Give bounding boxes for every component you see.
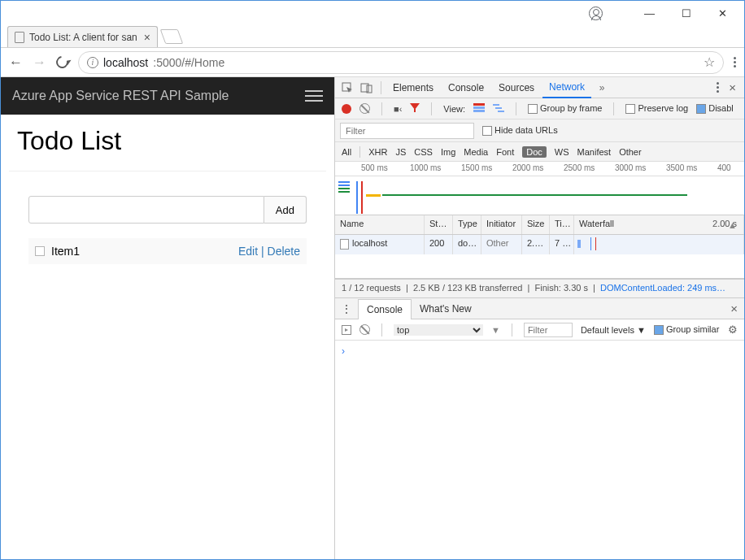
- large-rows-icon[interactable]: [473, 103, 485, 115]
- drawer-tabbar: ⋮ Console What's New ×: [335, 298, 744, 319]
- type-all[interactable]: All: [342, 147, 351, 157]
- col-initiator[interactable]: Initiator: [481, 215, 522, 234]
- inspect-icon[interactable]: [338, 80, 356, 96]
- context-select[interactable]: top: [394, 324, 483, 336]
- site-info-icon[interactable]: i: [87, 57, 98, 68]
- browser-tabstrip: Todo List: A client for san ×: [1, 25, 744, 48]
- page-content: Azure App Service REST API Sample Todo L…: [1, 77, 334, 559]
- devtools-panel: Elements Console Sources Network » × ■‹ …: [334, 77, 744, 559]
- waterfall-view-icon[interactable]: [493, 103, 504, 115]
- bookmark-icon[interactable]: ☆: [704, 54, 715, 70]
- menu-icon[interactable]: [305, 90, 323, 102]
- add-button[interactable]: Add: [264, 196, 307, 224]
- type-font[interactable]: Font: [496, 147, 514, 157]
- profile-icon[interactable]: [589, 7, 603, 20]
- type-other[interactable]: Other: [619, 147, 642, 157]
- add-todo-form: Add: [28, 196, 307, 224]
- levels-dropdown[interactable]: Default levels ▼: [581, 325, 646, 335]
- col-time[interactable]: Ti…: [550, 215, 574, 234]
- drawer-menu-icon[interactable]: ⋮: [335, 303, 358, 315]
- window-titlebar: — ☐ ✕: [1, 1, 744, 25]
- console-prompt[interactable]: ›: [335, 341, 744, 559]
- more-tabs-icon[interactable]: »: [593, 80, 611, 96]
- close-window-button[interactable]: ✕: [704, 2, 741, 24]
- drawer-close-icon[interactable]: ×: [724, 302, 744, 315]
- app-header: Azure App Service REST API Sample: [1, 77, 334, 115]
- forward-button[interactable]: →: [33, 54, 46, 71]
- network-type-filter: All XHR JS CSS Img Media Font Doc WS Man…: [335, 142, 744, 162]
- col-type[interactable]: Type: [453, 215, 481, 234]
- request-table-header: Name St… Type Initiator Size Ti… Waterfa…: [335, 215, 744, 235]
- console-clear-icon[interactable]: [359, 324, 370, 335]
- clear-button[interactable]: [359, 103, 370, 114]
- console-filter-input[interactable]: [524, 323, 573, 337]
- svg-rect-8: [498, 111, 504, 112]
- col-name[interactable]: Name: [335, 215, 425, 234]
- disable-cache-checkbox[interactable]: Disabl: [696, 103, 734, 114]
- minimize-button[interactable]: —: [631, 2, 668, 24]
- browser-menu-button[interactable]: [734, 57, 736, 67]
- browser-tab[interactable]: Todo List: A client for san ×: [7, 26, 158, 47]
- col-size[interactable]: Size: [522, 215, 550, 234]
- network-summary: 1 / 12 requests | 2.5 KB / 123 KB transf…: [335, 279, 744, 298]
- page-heading: Todo List: [9, 115, 326, 171]
- devtools-close-icon[interactable]: ×: [724, 80, 741, 94]
- group-similar-checkbox[interactable]: Group similar: [654, 324, 719, 335]
- delete-link[interactable]: Delete: [268, 245, 300, 258]
- svg-rect-3: [473, 103, 485, 106]
- timeline-overview[interactable]: [335, 176, 744, 215]
- col-waterfall[interactable]: Waterfall2.00 s▲: [574, 215, 744, 234]
- filter-toggle-icon[interactable]: [410, 103, 420, 115]
- devtools-tabbar: Elements Console Sources Network » ×: [335, 77, 744, 98]
- record-button[interactable]: [342, 104, 351, 114]
- svg-rect-4: [473, 106, 485, 109]
- drawer-tab-whatsnew[interactable]: What's New: [412, 298, 480, 319]
- network-filter-input[interactable]: [340, 123, 474, 139]
- maximize-button[interactable]: ☐: [668, 2, 704, 24]
- tab-title: Todo List: A client for san: [29, 32, 137, 43]
- request-table-empty: [335, 254, 744, 279]
- tab-network[interactable]: Network: [542, 78, 591, 98]
- edit-link[interactable]: Edit: [238, 245, 258, 258]
- preserve-log-checkbox[interactable]: Preserve log: [625, 103, 688, 114]
- back-button[interactable]: ←: [9, 54, 23, 71]
- tab-sources[interactable]: Sources: [492, 77, 541, 98]
- group-by-frame-checkbox[interactable]: Group by frame: [528, 103, 602, 114]
- device-icon[interactable]: [358, 80, 376, 96]
- address-bar: ← → i localhost:5000/#/Home ☆: [1, 48, 744, 77]
- console-sidebar-icon[interactable]: ▸: [342, 325, 351, 335]
- type-js[interactable]: JS: [395, 147, 406, 157]
- tab-console[interactable]: Console: [442, 77, 490, 98]
- url-input[interactable]: i localhost:5000/#/Home ☆: [78, 51, 724, 74]
- svg-rect-6: [493, 104, 499, 106]
- type-xhr[interactable]: XHR: [368, 147, 387, 157]
- todo-actions: Edit | Delete: [238, 245, 300, 258]
- type-media[interactable]: Media: [464, 147, 488, 157]
- console-settings-icon[interactable]: ⚙: [728, 323, 738, 336]
- tab-close-icon[interactable]: ×: [144, 31, 150, 44]
- request-row[interactable]: localhost 200 do… Other 2.… 7 …: [335, 235, 744, 254]
- reload-button[interactable]: [54, 54, 71, 71]
- type-doc[interactable]: Doc: [522, 146, 547, 158]
- tab-elements[interactable]: Elements: [386, 77, 440, 98]
- document-icon: [340, 239, 349, 250]
- new-tab-button[interactable]: [160, 29, 184, 44]
- app-title: Azure App Service REST API Sample: [12, 89, 229, 103]
- todo-text: Item1: [51, 245, 80, 258]
- url-path: :5000/#/Home: [153, 56, 224, 69]
- type-ws[interactable]: WS: [555, 147, 569, 157]
- todo-checkbox[interactable]: [35, 246, 45, 256]
- hide-data-urls-checkbox[interactable]: Hide data URLs: [482, 125, 558, 136]
- type-manifest[interactable]: Manifest: [577, 147, 612, 157]
- url-host: localhost: [103, 56, 148, 69]
- network-toolbar: ■‹ View: Group by frame Preserve log Dis…: [335, 98, 744, 119]
- type-img[interactable]: Img: [441, 147, 455, 157]
- new-todo-input[interactable]: [28, 196, 264, 224]
- type-css[interactable]: CSS: [414, 147, 433, 157]
- screenshot-icon[interactable]: ■‹: [394, 104, 402, 114]
- col-status[interactable]: St…: [425, 215, 453, 234]
- devtools-menu-icon[interactable]: [717, 82, 719, 93]
- drawer-tab-console[interactable]: Console: [358, 299, 412, 319]
- network-filter-row: Hide data URLs: [335, 119, 744, 142]
- timeline-ruler: 500 ms 1000 ms 1500 ms 2000 ms 2500 ms 3…: [335, 162, 744, 176]
